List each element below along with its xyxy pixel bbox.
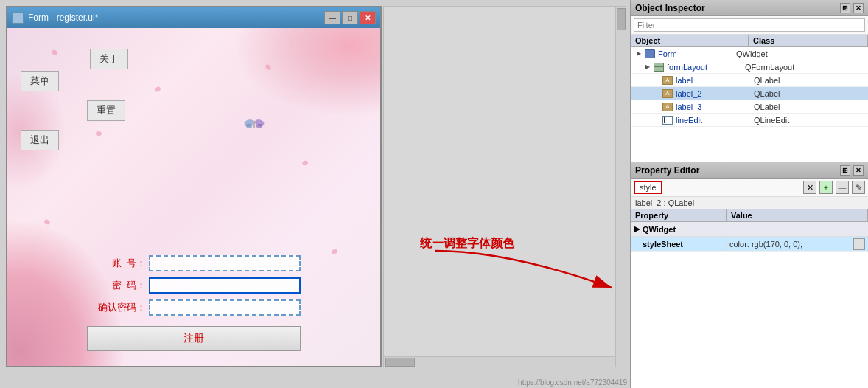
scrollbar-horizontal[interactable]: [384, 356, 615, 367]
form-fields: 账 号： 密 码： 确认密码：: [87, 255, 301, 322]
object-inspector-title: Object Inspector: [635, 3, 705, 13]
canvas-area: [383, 6, 626, 367]
prop-value-stylesheet: color: rgb(170, 0, 0); …: [727, 238, 868, 250]
tree-name-lineedit: lineEdit: [676, 116, 749, 125]
group-arrow: ▶: [634, 224, 640, 234]
exit-button[interactable]: 退出: [21, 130, 59, 150]
form-titlebar-left: Form - register.ui*: [12, 12, 98, 24]
filter-bar: [631, 16, 868, 35]
property-editor-icons: ⊞ ✕: [840, 165, 864, 176]
lineedit-icon: [662, 115, 673, 125]
tree-class-form: QWidget: [732, 49, 868, 58]
tree-class-label3: QLabel: [749, 103, 868, 111]
float-btn[interactable]: ⊞: [840, 3, 850, 13]
prop-table: ▶ QWidget styleSheet color: rgb(170, 0, …: [631, 222, 868, 388]
form-icon: [12, 12, 24, 24]
prop-add-btn[interactable]: +: [819, 181, 833, 194]
stylesheet-value: color: rgb(170, 0, 0);: [729, 240, 802, 249]
property-editor-title: Property Editor: [635, 165, 699, 176]
butterfly-decoration: [243, 117, 265, 131]
group-name: QWidget: [643, 225, 676, 234]
watermark: https://blog.csdn.net/a772304419: [518, 378, 627, 387]
password-row: 密 码：: [87, 277, 301, 294]
prop-name-stylesheet: styleSheet: [631, 237, 727, 251]
object-inspector-titlebar: Object Inspector ⊞ ✕: [631, 0, 868, 16]
reset-button[interactable]: 重置: [87, 100, 125, 121]
prop-search-bar: style ✕ + — ✎: [631, 179, 868, 197]
tree-arrow-form: ▶: [634, 50, 644, 57]
layout-icon: [653, 62, 665, 72]
scrollbar-thumb[interactable]: [617, 8, 626, 30]
tree-row-form[interactable]: ▶ Form QWidget: [631, 47, 868, 60]
confirm-row: 确认密码：: [87, 299, 301, 316]
col-class-header: Class: [749, 35, 868, 46]
form-window: Form - register.ui* — □ ✕: [6, 6, 382, 367]
annotation-arrow: [420, 243, 634, 302]
scrollbar-vertical[interactable]: [615, 7, 626, 367]
prop-table-header: Property Value: [631, 209, 868, 222]
form-title: Form - register.ui*: [28, 13, 98, 23]
tree-name-form: Form: [658, 49, 732, 58]
confirm-label: 确认密码：: [87, 301, 146, 314]
register-button[interactable]: 注册: [87, 326, 301, 351]
form-titlebar: Form - register.ui* — □ ✕: [7, 7, 380, 28]
label3-icon: A: [662, 102, 673, 112]
pe-close-btn[interactable]: ✕: [853, 165, 864, 176]
close-panel-btn[interactable]: ✕: [853, 3, 864, 13]
object-inspector: Object Inspector ⊞ ✕ Object Class ▶ Form…: [631, 0, 868, 162]
prop-row-stylesheet[interactable]: styleSheet color: rgb(170, 0, 0); …: [631, 237, 868, 252]
account-label: 账 号：: [87, 257, 146, 270]
confirm-input[interactable]: [149, 299, 301, 316]
scrollbar-h-thumb[interactable]: [385, 358, 415, 367]
panel-title-icons: ⊞ ✕: [840, 3, 864, 13]
tree-class-label2: QLabel: [749, 89, 868, 98]
tree-name-label3: label_3: [676, 103, 749, 111]
prop-subtitle: label_2 : QLabel: [631, 197, 868, 209]
right-panel: Object Inspector ⊞ ✕ Object Class ▶ Form…: [630, 0, 868, 388]
prop-remove-btn[interactable]: —: [836, 181, 849, 194]
tree-name-label2: label_2: [676, 89, 749, 98]
close-btn[interactable]: ✕: [360, 11, 376, 24]
prop-group-qwidget[interactable]: ▶ QWidget: [631, 222, 868, 237]
about-button[interactable]: 关于: [90, 49, 128, 69]
menu-button[interactable]: 菜单: [21, 71, 59, 91]
prop-edit-btn[interactable]: ✎: [852, 181, 865, 194]
widget-icon: [644, 49, 656, 59]
prop-col-value: Value: [727, 209, 868, 221]
tree-name-label: label: [676, 76, 749, 85]
tree-name-formlayout: formLayout: [667, 63, 741, 72]
label2-icon: A: [662, 89, 673, 99]
maximize-btn[interactable]: □: [342, 11, 358, 24]
form-titlebar-btns: — □ ✕: [324, 11, 376, 24]
property-editor: Property Editor ⊞ ✕ style ✕ + — ✎ label_…: [631, 162, 868, 388]
prop-search-tag[interactable]: style: [634, 181, 662, 194]
tree-row-formlayout[interactable]: ▶ formLayout QFormLayout: [631, 60, 868, 74]
tree-class-formlayout: QFormLayout: [741, 63, 868, 72]
tree-class-label: QLabel: [749, 76, 868, 85]
pe-float-btn[interactable]: ⊞: [840, 165, 850, 176]
stylesheet-edit-btn[interactable]: …: [853, 238, 865, 250]
account-input[interactable]: [149, 255, 301, 271]
password-label: 密 码：: [87, 279, 146, 292]
label-icon: A: [662, 75, 673, 86]
tree-arrow-formlayout: ▶: [643, 63, 653, 70]
tree-row-label[interactable]: A label QLabel: [631, 74, 868, 87]
tree-row-lineedit[interactable]: lineEdit QLineEdit: [631, 114, 868, 127]
minimize-btn[interactable]: —: [324, 11, 340, 24]
left-panel: Form - register.ui* — □ ✕: [0, 0, 630, 388]
tree-class-lineedit: QLineEdit: [749, 116, 868, 125]
filter-input[interactable]: [634, 18, 865, 32]
inspector-tree: ▶ Form QWidget ▶ formLayout QFormLayout: [631, 47, 868, 162]
tree-row-label2[interactable]: A label_2 QLabel: [631, 87, 868, 100]
prop-col-property: Property: [631, 209, 727, 221]
password-input[interactable]: [149, 277, 301, 294]
inspector-header: Object Class: [631, 35, 868, 47]
prop-clear-btn[interactable]: ✕: [803, 181, 816, 194]
cherry-decoration-top: [233, 28, 380, 117]
col-object-header: Object: [631, 35, 749, 46]
form-body: 菜单 关于 重置 退出 账 号： 密 码： 确认密码：: [7, 28, 380, 366]
tree-row-label3[interactable]: A label_3 QLabel: [631, 100, 868, 114]
account-row: 账 号：: [87, 255, 301, 271]
property-editor-titlebar: Property Editor ⊞ ✕: [631, 162, 868, 179]
